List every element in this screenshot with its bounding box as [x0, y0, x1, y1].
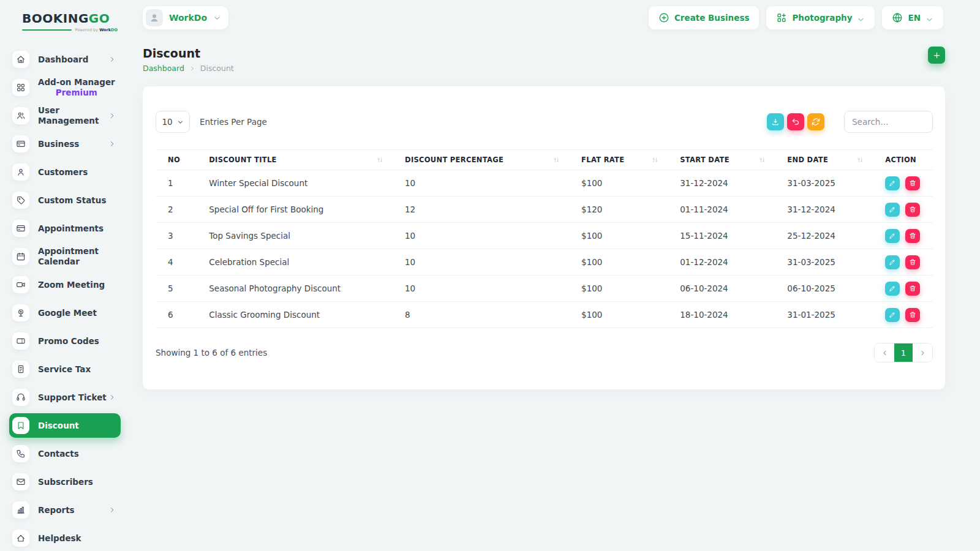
sort-icon[interactable] [376, 156, 384, 164]
column-header-discount-title[interactable]: DISCOUNT TITLE [197, 150, 393, 170]
sidebar-item-service-tax[interactable]: Service Tax [9, 357, 121, 381]
powered-by-text: Powered by WorkDO [75, 28, 118, 32]
sidebar-item-zoom-meeting[interactable]: Zoom Meeting [9, 272, 121, 297]
pagination-prev-button[interactable] [875, 343, 894, 362]
table-footer: Showing 1 to 6 of 6 entries 1 [156, 343, 933, 362]
edit-button[interactable] [885, 203, 900, 217]
sidebar-item-google-meet[interactable]: Google Meet [9, 301, 121, 325]
sidebar-item-helpdesk[interactable]: Helpdesk [9, 526, 121, 550]
cell-flat-rate: $100 [569, 170, 668, 197]
users-icon [12, 107, 29, 124]
create-business-button[interactable]: Create Business [649, 6, 760, 29]
brand-logo[interactable]: BOOKINGGO Powered by WorkDO [0, 9, 130, 32]
cell-percentage: 10 [393, 170, 569, 197]
edit-button[interactable] [885, 308, 900, 322]
logo-accent: GO [89, 11, 110, 26]
topbar: WorkDo Create Business Photography EN [130, 0, 980, 29]
cell-no: 2 [156, 197, 197, 223]
search-input[interactable] [844, 111, 933, 133]
sidebar-item-label: Promo Codes [38, 336, 99, 347]
sidebar-item-label: Custom Status [38, 195, 106, 206]
sidebar-item-appointment-calendar[interactable]: Appointment Calendar [9, 244, 121, 269]
column-header-end-date[interactable]: END DATE [775, 150, 873, 170]
pagination-current-page[interactable]: 1 [894, 343, 913, 362]
sidebar-item-discount[interactable]: Discount [9, 413, 121, 438]
reset-button[interactable] [787, 113, 804, 130]
sidebar-item-label: Dashboard [38, 54, 88, 65]
sidebar-item-label: Google Meet [38, 308, 97, 318]
sidebar-item-custom-status[interactable]: Custom Status [9, 188, 121, 212]
sidebar-item-reports[interactable]: Reports [9, 498, 121, 522]
page-header: Discount Dashboard Discount [143, 47, 945, 73]
cell-title: Special Off for First Booking [197, 197, 393, 223]
receipt-icon [12, 361, 29, 378]
cell-end-date: 31-03-2025 [775, 249, 873, 276]
sidebar-item-label: Appointment Calendar [38, 246, 121, 267]
breadcrumb-current: Discount [200, 64, 234, 73]
table-action-buttons [764, 111, 933, 133]
edit-button[interactable] [885, 282, 900, 296]
cell-end-date: 31-03-2025 [775, 170, 873, 197]
chevron-left-icon [881, 350, 888, 356]
card-icon [12, 220, 29, 237]
business-type-dropdown[interactable]: Photography [766, 6, 875, 29]
column-header-flat-rate[interactable]: FLAT RATE [569, 150, 668, 170]
chevron-right-icon [108, 506, 116, 514]
cell-flat-rate: $100 [569, 276, 668, 302]
cell-action [873, 249, 933, 276]
delete-button[interactable] [905, 282, 920, 296]
sort-icon[interactable] [758, 156, 766, 164]
column-header-discount-percentage[interactable]: DISCOUNT PERCENTAGE [393, 150, 569, 170]
sidebar-item-support-ticket[interactable]: Support Ticket [9, 385, 121, 410]
sidebar-item-label: Contacts [38, 449, 79, 459]
workspace-selector[interactable]: WorkDo [143, 6, 228, 29]
trash-icon [909, 285, 916, 292]
delete-button[interactable] [905, 255, 920, 269]
download-icon [771, 118, 780, 126]
sidebar-item-customers[interactable]: Customers [9, 160, 121, 184]
chevron-down-icon [857, 14, 865, 22]
cell-percentage: 10 [393, 249, 569, 276]
calendar-icon [12, 248, 29, 265]
sort-icon[interactable] [856, 156, 864, 164]
table-row: 3 Top Savings Special 10 $100 15-11-2024… [156, 223, 933, 249]
business-type-label: Photography [792, 13, 852, 23]
cell-no: 5 [156, 276, 197, 302]
export-button[interactable] [767, 113, 784, 130]
sidebar-item-business[interactable]: Business [9, 132, 121, 156]
sidebar-item-label: Appointments [38, 223, 104, 234]
edit-button[interactable] [885, 229, 900, 243]
sidebar-item-promo-codes[interactable]: Promo Codes [9, 329, 121, 353]
delete-button[interactable] [905, 176, 920, 190]
logo-text: BOOKINGGO [22, 11, 118, 26]
showing-entries-text: Showing 1 to 6 of 6 entries [156, 348, 267, 358]
trash-icon [909, 311, 916, 318]
delete-button[interactable] [905, 229, 920, 243]
cell-start-date: 06-10-2024 [668, 276, 775, 302]
cell-no: 6 [156, 302, 197, 328]
sidebar-item-subscribers[interactable]: Subscribers [9, 470, 121, 494]
sort-icon[interactable] [552, 156, 560, 164]
cell-start-date: 15-11-2024 [668, 223, 775, 249]
sidebar-item-contacts[interactable]: Contacts [9, 441, 121, 466]
column-header-start-date[interactable]: START DATE [668, 150, 775, 170]
cell-flat-rate: $100 [569, 223, 668, 249]
breadcrumb-dashboard-link[interactable]: Dashboard [143, 64, 184, 73]
add-discount-button[interactable] [928, 47, 945, 64]
page-title-block: Discount Dashboard Discount [143, 47, 234, 73]
sort-icon[interactable] [651, 156, 659, 164]
language-dropdown[interactable]: EN [882, 6, 943, 29]
edit-button[interactable] [885, 255, 900, 269]
cell-end-date: 25-12-2024 [775, 223, 873, 249]
entries-per-page-select[interactable]: 10 [156, 111, 190, 133]
delete-button[interactable] [905, 203, 920, 217]
sidebar-item-dashboard[interactable]: Dashboard [9, 47, 121, 72]
sidebar-item-addon-manager[interactable]: Add-on ManagerPremium [9, 75, 121, 100]
sidebar-item-appointments[interactable]: Appointments [9, 216, 121, 241]
pagination-next-button[interactable] [913, 343, 932, 362]
refresh-button[interactable] [807, 113, 824, 130]
edit-button[interactable] [885, 176, 900, 190]
credit-card-icon [12, 135, 29, 152]
sidebar-item-user-management[interactable]: User Management [9, 103, 121, 128]
delete-button[interactable] [905, 308, 920, 322]
